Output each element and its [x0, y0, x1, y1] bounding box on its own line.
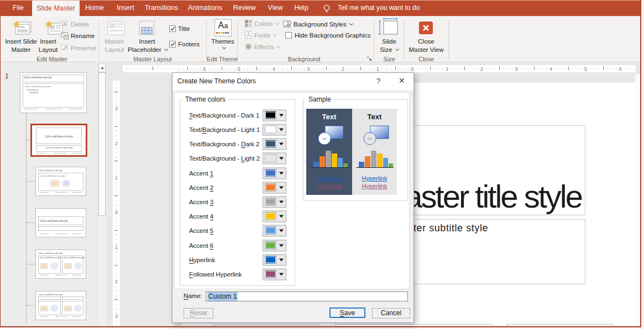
svg-text:A: A: [247, 32, 250, 38]
